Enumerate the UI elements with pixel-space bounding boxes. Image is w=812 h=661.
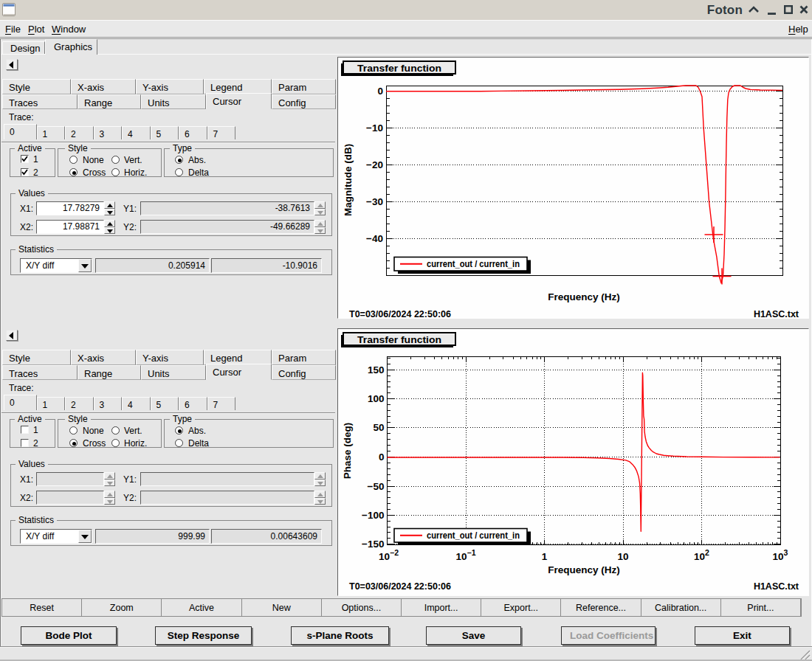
- svg-text:150: 150: [368, 364, 385, 376]
- svg-text:current_out / current_in: current_out / current_in: [427, 530, 520, 541]
- svg-text:−50: −50: [368, 481, 385, 492]
- svg-text:T0=03/06/2024 22:50:06: T0=03/06/2024 22:50:06: [349, 309, 451, 319]
- svg-text:−10: −10: [366, 122, 383, 134]
- svg-text:1: 1: [542, 551, 548, 562]
- svg-text:−40: −40: [366, 233, 383, 244]
- svg-text:Phase (deg): Phase (deg): [342, 423, 353, 480]
- svg-text:−30: −30: [366, 196, 383, 207]
- svg-text:100: 100: [368, 393, 385, 404]
- svg-text:−20: −20: [366, 159, 383, 170]
- svg-text:Magnitude (dB): Magnitude (dB): [343, 144, 354, 216]
- svg-text:T0=03/06/2024 22:50:06: T0=03/06/2024 22:50:06: [349, 581, 451, 592]
- svg-text:Frequency (Hz): Frequency (Hz): [548, 564, 620, 575]
- svg-text:H1ASC.txt: H1ASC.txt: [754, 581, 799, 592]
- svg-text:−150: −150: [362, 539, 384, 550]
- svg-text:10: 10: [617, 551, 628, 562]
- svg-text:0: 0: [377, 86, 383, 97]
- svg-text:Transfer function: Transfer function: [357, 63, 441, 74]
- svg-text:current_out / current_in: current_out / current_in: [427, 259, 520, 269]
- svg-text:0: 0: [379, 451, 385, 463]
- svg-text:−100: −100: [362, 510, 384, 521]
- svg-text:Frequency (Hz): Frequency (Hz): [548, 291, 620, 302]
- svg-text:H1ASC.txt: H1ASC.txt: [754, 309, 799, 319]
- svg-text:Transfer function: Transfer function: [357, 334, 441, 345]
- svg-text:50: 50: [373, 422, 384, 433]
